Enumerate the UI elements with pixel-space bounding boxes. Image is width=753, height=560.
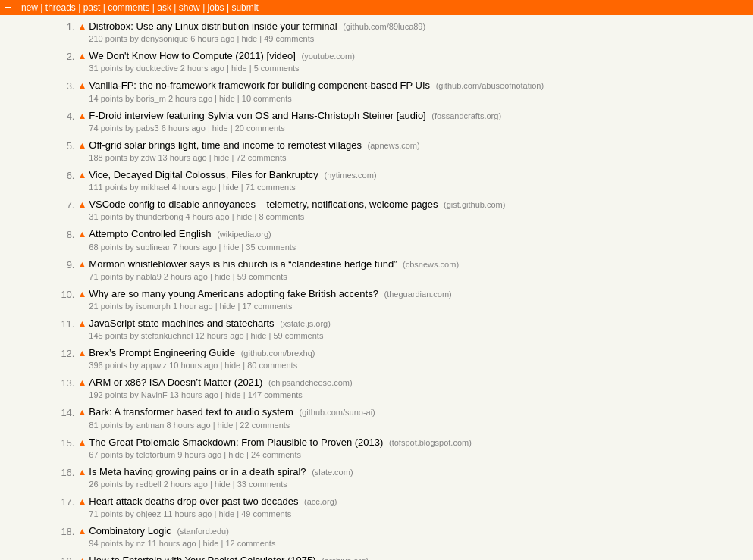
story-meta: 68 points by sublinear 7 hours ago | hid… bbox=[89, 242, 696, 252]
upvote-arrow[interactable]: ▲ bbox=[77, 376, 89, 388]
upvote-arrow[interactable]: ▲ bbox=[77, 287, 89, 299]
story-link[interactable]: Off-grid solar brings light, time and in… bbox=[89, 139, 362, 151]
hide-link[interactable]: hide bbox=[220, 302, 236, 311]
story-link[interactable]: Combinatory Logic bbox=[89, 525, 171, 537]
nav-show[interactable]: show bbox=[179, 2, 200, 13]
story-meta: 71 points by nabla9 2 hours ago | hide |… bbox=[89, 272, 696, 281]
story-link[interactable]: F-Droid interview featuring Sylvia von O… bbox=[89, 110, 425, 121]
upvote-arrow[interactable]: ▲ bbox=[77, 20, 89, 32]
hide-link[interactable]: hide bbox=[251, 331, 267, 340]
comments-link[interactable]: 24 comments bbox=[251, 450, 301, 459]
hide-link[interactable]: hide bbox=[223, 183, 239, 192]
comments-link[interactable]: 71 comments bbox=[246, 183, 296, 192]
nav-past[interactable]: past bbox=[83, 2, 101, 13]
nav-jobs[interactable]: jobs bbox=[208, 2, 224, 13]
hide-link[interactable]: hide bbox=[231, 64, 247, 73]
upvote-arrow[interactable]: ▲ bbox=[77, 317, 89, 329]
upvote-arrow[interactable]: ▲ bbox=[77, 436, 89, 448]
story-link[interactable]: Vice, Decayed Digital Colossus, Files fo… bbox=[89, 169, 318, 180]
story-title: Bark: A transformer based text to audio … bbox=[89, 405, 696, 419]
comments-link[interactable]: 49 comments bbox=[241, 509, 291, 518]
comments-link[interactable]: 12 comments bbox=[225, 539, 275, 548]
story-link[interactable]: The Great Ptolemaic Smackdown: From Plau… bbox=[89, 436, 383, 448]
story-meta: 21 points by isomorph 1 hour ago | hide … bbox=[89, 302, 696, 311]
nav-new[interactable]: new bbox=[21, 2, 38, 13]
story-link[interactable]: How to Entertain with Your Pocket Calcul… bbox=[89, 555, 315, 560]
upvote-arrow[interactable]: ▲ bbox=[77, 79, 89, 91]
upvote-arrow[interactable]: ▲ bbox=[77, 227, 89, 239]
story-link[interactable]: Brex’s Prompt Engineering Guide bbox=[89, 347, 235, 358]
story-link[interactable]: Mormon whistleblower says is his church … bbox=[89, 258, 397, 270]
hide-link[interactable]: hide bbox=[225, 390, 241, 399]
hide-link[interactable]: hide bbox=[215, 272, 231, 281]
hide-link[interactable]: hide bbox=[218, 421, 234, 430]
story-link[interactable]: Why are so many young Americans adopting… bbox=[89, 288, 378, 299]
story-link[interactable]: JavaScript state machines and statechart… bbox=[89, 318, 274, 329]
comments-link[interactable]: 147 comments bbox=[248, 390, 303, 399]
comments-link[interactable]: 22 comments bbox=[240, 421, 290, 430]
upvote-arrow[interactable]: ▲ bbox=[77, 198, 89, 210]
comments-link[interactable]: 20 comments bbox=[235, 124, 285, 133]
upvote-arrow[interactable]: ▲ bbox=[77, 168, 89, 180]
hide-link[interactable]: hide bbox=[228, 450, 244, 459]
upvote-arrow[interactable]: ▲ bbox=[77, 258, 89, 270]
nav-comments[interactable]: comments bbox=[108, 2, 149, 13]
story-number: 13. bbox=[56, 376, 77, 389]
hide-link[interactable]: hide bbox=[215, 480, 231, 489]
comments-link[interactable]: 72 comments bbox=[236, 153, 286, 162]
story-domain: (cbsnews.com) bbox=[403, 260, 459, 269]
story-domain: (chipsandcheese.com) bbox=[268, 378, 353, 387]
upvote-arrow[interactable]: ▲ bbox=[77, 49, 89, 61]
story-link[interactable]: Attempto Controlled English bbox=[89, 228, 211, 239]
comments-link[interactable]: 80 comments bbox=[247, 361, 297, 370]
upvote-arrow[interactable]: ▲ bbox=[77, 109, 89, 121]
story-link[interactable]: Bark: A transformer based text to audio … bbox=[89, 406, 293, 418]
story-content: F-Droid interview featuring Sylvia von O… bbox=[89, 109, 696, 137]
upvote-arrow[interactable]: ▲ bbox=[77, 465, 89, 477]
nav-ask[interactable]: ask bbox=[157, 2, 171, 13]
story-link[interactable]: We Don't Know How to Compute (2011) [vid… bbox=[89, 50, 296, 61]
hide-link[interactable]: hide bbox=[241, 34, 257, 43]
story-link[interactable]: Vanilla-FP: the no-framework framework f… bbox=[89, 80, 430, 91]
hide-link[interactable]: hide bbox=[219, 94, 235, 103]
comments-link[interactable]: 10 comments bbox=[242, 94, 292, 103]
table-row: 10. ▲ Why are so many young Americans ad… bbox=[56, 287, 696, 315]
comments-link[interactable]: 8 comments bbox=[259, 212, 304, 221]
story-content: Vice, Decayed Digital Colossus, Files fo… bbox=[89, 168, 696, 196]
upvote-arrow[interactable]: ▲ bbox=[77, 405, 89, 418]
upvote-arrow[interactable]: ▲ bbox=[77, 524, 89, 537]
upvote-arrow[interactable]: ▲ bbox=[77, 554, 89, 560]
story-content: JavaScript state machines and statechart… bbox=[89, 317, 696, 345]
story-content: Vanilla-FP: the no-framework framework f… bbox=[89, 79, 696, 107]
story-content: Combinatory Logic (stanford.edu) 94 poin… bbox=[89, 524, 696, 552]
upvote-arrow[interactable]: ▲ bbox=[77, 495, 89, 507]
comments-link[interactable]: 49 comments bbox=[264, 34, 314, 43]
comments-link[interactable]: 59 comments bbox=[273, 331, 323, 340]
table-row: 15. ▲ The Great Ptolemaic Smackdown: Fro… bbox=[56, 436, 696, 464]
upvote-arrow[interactable]: ▲ bbox=[77, 346, 89, 358]
story-link[interactable]: Is Meta having growing pains or in a dea… bbox=[89, 466, 306, 477]
hide-link[interactable]: hide bbox=[214, 153, 230, 162]
nav-threads[interactable]: threads bbox=[45, 2, 76, 13]
hide-link[interactable]: hide bbox=[237, 212, 253, 221]
nav-submit[interactable]: submit bbox=[231, 2, 258, 13]
hide-link[interactable]: hide bbox=[218, 509, 234, 518]
story-link[interactable]: ARM or x86? ISA Doesn’t Matter (2021) bbox=[89, 377, 262, 388]
hide-link[interactable]: hide bbox=[224, 361, 240, 370]
story-domain: (github.com/brexhq) bbox=[241, 349, 315, 358]
upvote-arrow[interactable]: ▲ bbox=[77, 139, 89, 151]
comments-link[interactable]: 59 comments bbox=[237, 272, 287, 281]
hide-link[interactable]: hide bbox=[203, 539, 219, 548]
story-title: Why are so many young Americans adopting… bbox=[89, 287, 696, 301]
story-meta: 74 points by pabs3 6 hours ago | hide | … bbox=[89, 124, 696, 133]
hide-link[interactable]: hide bbox=[212, 124, 228, 133]
comments-link[interactable]: 17 comments bbox=[242, 302, 292, 311]
comments-link[interactable]: 33 comments bbox=[237, 480, 287, 489]
comments-link[interactable]: 35 comments bbox=[246, 242, 296, 252]
story-link[interactable]: Heart attack deaths drop over past two d… bbox=[89, 496, 298, 507]
story-link[interactable]: Distrobox: Use any Linux distribution in… bbox=[89, 20, 337, 32]
story-link[interactable]: VSCode config to disable annoyances – te… bbox=[89, 199, 438, 210]
hide-link[interactable]: hide bbox=[224, 242, 240, 252]
comments-link[interactable]: 5 comments bbox=[254, 64, 300, 73]
story-number: 14. bbox=[56, 405, 77, 418]
